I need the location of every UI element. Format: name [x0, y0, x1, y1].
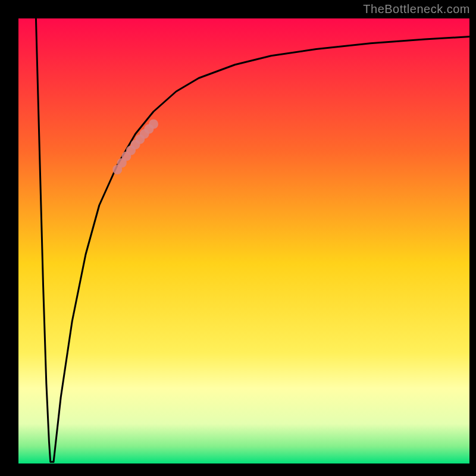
chart-container: TheBottleneck.com	[0, 0, 476, 476]
chart-svg	[0, 0, 476, 476]
attribution-text: TheBottleneck.com	[363, 2, 470, 16]
plot-background	[18, 18, 470, 464]
highlight-dot	[149, 120, 158, 129]
